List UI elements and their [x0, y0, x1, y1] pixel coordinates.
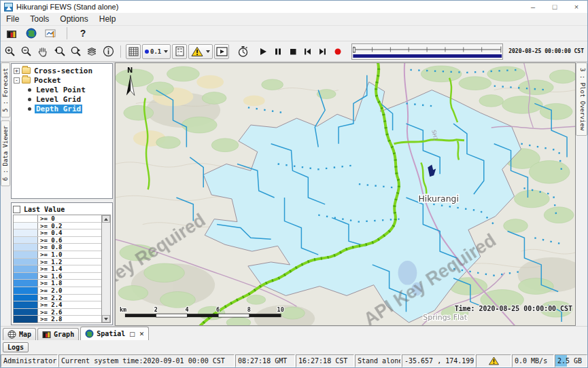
- globe-explorer-icon[interactable]: [24, 26, 39, 41]
- top-toolbar: ?: [1, 26, 587, 41]
- timeseries-dialog-icon[interactable]: [44, 26, 58, 41]
- close-button[interactable]: ×: [566, 1, 587, 13]
- legend-row: >= 2.8: [14, 316, 101, 323]
- database-chart-icon[interactable]: [4, 26, 19, 41]
- contour-threshold-dropdown[interactable]: 0.1: [142, 44, 171, 59]
- tab-close-icon[interactable]: ✕: [139, 331, 145, 337]
- menu-options[interactable]: Options: [54, 13, 93, 25]
- logs-row: Logs: [1, 340, 587, 354]
- help-button[interactable]: ?: [75, 26, 90, 41]
- zoom-out-icon[interactable]: [19, 44, 34, 59]
- tab-plot-overview[interactable]: 3 : Plot Overview: [576, 62, 587, 136]
- status-bar: Administrator Current system time:2020-0…: [1, 354, 587, 367]
- bullet-icon: [28, 107, 31, 111]
- menu-file[interactable]: File: [1, 13, 24, 25]
- legend-panel-button[interactable]: [172, 44, 187, 59]
- timer-icon[interactable]: [236, 44, 251, 59]
- collapse-icon[interactable]: -: [14, 77, 20, 84]
- layers-icon[interactable]: [84, 44, 99, 59]
- stop-button[interactable]: [286, 44, 300, 59]
- legend-row: >= 0: [14, 215, 101, 223]
- left-tab-strip: 5 : Forecast 6 : Data Viewer: [1, 62, 10, 326]
- tree-label[interactable]: Pocket: [33, 76, 63, 85]
- legend-row: >= 2.2: [14, 295, 101, 302]
- pan-hand-icon[interactable]: [35, 44, 50, 59]
- scale-tick: 6: [216, 306, 220, 313]
- tab-label: Map: [19, 331, 31, 338]
- tab-maximize-icon[interactable]: □: [129, 331, 135, 337]
- legend-label: >= 1.4: [38, 265, 101, 272]
- bottom-tab-bar: Map Graph Spatial □ ✕: [1, 326, 587, 340]
- tree-label[interactable]: Depth Grid: [35, 105, 82, 113]
- tab-map[interactable]: Map: [3, 328, 36, 340]
- status-gmt-time: 08:27:18 GMT: [235, 354, 295, 367]
- legend-swatch: [14, 229, 38, 236]
- legend-label: >= 1.6: [38, 273, 101, 280]
- menu-tools[interactable]: Tools: [24, 13, 54, 25]
- zoom-in-icon[interactable]: [3, 44, 18, 59]
- tree-label[interactable]: Level Point: [35, 86, 87, 94]
- skip-to-end-button[interactable]: [316, 44, 330, 59]
- legend-swatch: [14, 259, 38, 265]
- legend-swatch: [14, 237, 38, 244]
- toolbar-separator: [67, 27, 67, 39]
- scroll-down-icon[interactable]: [102, 315, 110, 323]
- expand-icon[interactable]: +: [14, 68, 20, 74]
- legend-swatch: [14, 265, 38, 272]
- menu-help[interactable]: Help: [94, 13, 122, 25]
- logs-button[interactable]: Logs: [3, 342, 29, 352]
- tree-item-level-grid[interactable]: Level Grid: [12, 94, 112, 104]
- tree-item-pocket[interactable]: - Pocket: [12, 75, 112, 85]
- status-memory: 2.5 GB: [555, 354, 587, 367]
- chevron-down-icon: [164, 50, 168, 53]
- legend-swatch: [14, 301, 38, 308]
- animation-player-button[interactable]: [214, 44, 229, 59]
- legend-swatch: [14, 244, 38, 251]
- zoom-previous-icon[interactable]: [52, 44, 67, 59]
- status-coordinates: -35.657 , 174.199: [402, 354, 475, 367]
- threshold-dot-icon: [145, 50, 149, 54]
- legend-label: >= 0: [38, 215, 101, 222]
- grid-display-button[interactable]: [126, 44, 141, 59]
- tree-item-cross-section[interactable]: + Cross-section: [12, 66, 112, 75]
- warning-threshold-dropdown[interactable]: [188, 44, 213, 59]
- last-value-label: Last Value: [24, 206, 65, 213]
- play-button[interactable]: [256, 44, 270, 59]
- tab-graph[interactable]: Graph: [37, 328, 79, 340]
- map-viewport[interactable]: API Key Required API Key Required Hikura…: [115, 62, 576, 326]
- time-slider-track: [352, 44, 503, 59]
- legend-swatch: [14, 280, 38, 287]
- current-time-label: 2020-08-25 00:00:00 CST: [508, 48, 584, 54]
- zoom-next-icon[interactable]: [68, 44, 83, 59]
- time-slider[interactable]: [351, 43, 504, 60]
- tab-spatial[interactable]: Spatial □ ✕: [80, 327, 149, 340]
- status-user: Administrator: [1, 354, 58, 367]
- tab-data-viewer[interactable]: 6 : Data Viewer: [1, 120, 10, 186]
- skip-to-start-button[interactable]: [301, 44, 315, 59]
- legend-list: >= 0 >= 0.2 >= 0.4 >= 0.6 >= 0.8 >= 1.0 …: [13, 215, 111, 323]
- legend-row: >= 1.8: [14, 280, 101, 287]
- menu-bar: File Tools Options Help: [1, 13, 587, 26]
- title-bar: Hikurangi FEWS (Stand alone) – □ ×: [1, 1, 587, 13]
- tree-item-depth-grid[interactable]: Depth Grid: [12, 104, 112, 113]
- locality-label: Springs Flat: [423, 313, 467, 322]
- warning-triangle-icon: [489, 356, 499, 365]
- last-value-row: Last Value: [13, 204, 111, 215]
- tree-label[interactable]: Cross-section: [33, 67, 94, 75]
- minimize-button[interactable]: –: [522, 1, 544, 13]
- last-value-checkbox[interactable]: [13, 206, 20, 213]
- legend-scrollbar[interactable]: [101, 215, 110, 323]
- status-warning[interactable]: [476, 354, 511, 367]
- pause-button[interactable]: [271, 44, 285, 59]
- record-button[interactable]: [331, 44, 345, 59]
- info-icon[interactable]: [101, 44, 116, 59]
- time-slider-handle[interactable]: [353, 48, 355, 52]
- tab-forecast[interactable]: 5 : Forecast: [1, 62, 10, 117]
- window-controls: – □ ×: [522, 1, 587, 13]
- maximize-button[interactable]: □: [544, 1, 566, 13]
- scroll-up-icon[interactable]: [102, 215, 110, 223]
- scale-tick: 8: [247, 306, 251, 313]
- tree-label[interactable]: Level Grid: [35, 95, 82, 104]
- legend-label: >= 1.0: [38, 251, 101, 258]
- tree-item-level-point[interactable]: Level Point: [12, 85, 112, 94]
